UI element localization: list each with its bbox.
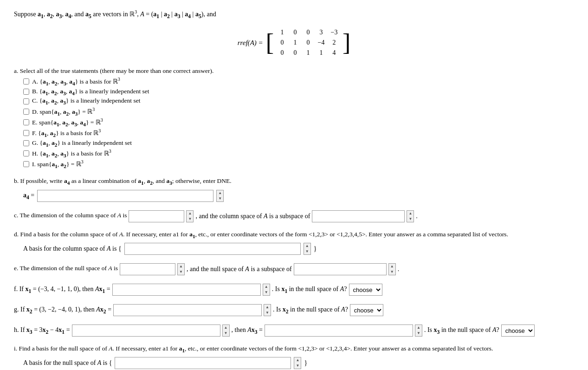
part-h-spinner1[interactable]: ▲ ▼: [222, 325, 230, 337]
part-e-dim-input[interactable]: [120, 263, 175, 275]
part-c-dim-input[interactable]: [129, 210, 184, 222]
part-c-spinner[interactable]: ▲ ▼: [186, 210, 194, 222]
intro-section: Suppose a1, a2, a3, a4, and a5 are vecto…: [14, 9, 574, 19]
spin-up[interactable]: ▲: [263, 284, 270, 290]
part-h-input2[interactable]: [265, 325, 413, 337]
checkbox-b[interactable]: [23, 89, 29, 95]
part-b-spinner[interactable]: ▲ ▼: [216, 190, 224, 202]
part-f-input[interactable]: [112, 284, 261, 296]
option-c: C. {a1, a2, a3} is a linearly independen…: [23, 97, 574, 105]
spin-down[interactable]: ▼: [187, 216, 193, 222]
checkbox-g[interactable]: [23, 140, 29, 146]
option-i-text: I. span{a1, a2} = ℝ3: [32, 159, 84, 169]
part-h-label2: , then Ax3 =: [232, 326, 263, 335]
part-f-mid: . Is x1 in the null space of A?: [272, 286, 347, 294]
part-e-mid: , and the null space of A is a subspace …: [187, 266, 292, 273]
checkbox-e[interactable]: [23, 119, 29, 125]
spin-down[interactable]: ▼: [223, 331, 229, 336]
option-b-text: B. {a1, a2, a3, a4} is a linearly indepe…: [32, 88, 149, 96]
part-h-label1: h. If x3 = 3x2 − 4x1 =: [14, 326, 70, 335]
checkbox-h[interactable]: [23, 150, 29, 156]
part-h-spinner2[interactable]: ▲ ▼: [415, 325, 422, 337]
part-c-subspace-spinner[interactable]: ▲ ▼: [407, 210, 414, 222]
part-h-mid: . Is x3 in the null space of A?: [424, 326, 499, 335]
option-e: E. span{a1, a2, a3, a4} = ℝ3: [23, 117, 574, 127]
spin-up[interactable]: ▲: [264, 305, 271, 310]
option-b: B. {a1, a2, a3, a4} is a linearly indepe…: [23, 88, 574, 96]
option-d-text: D. span{a1, a2, a3} = ℝ3: [32, 107, 95, 116]
right-bracket: ]: [342, 31, 350, 55]
part-f-row: f. If x1 = (−3, 4, −1, 1, 0), then Ax1 =…: [14, 284, 574, 296]
option-i: I. span{a1, a2} = ℝ3: [23, 159, 574, 169]
part-f-dropdown[interactable]: choose yes no: [349, 284, 382, 296]
part-i-spinner[interactable]: ▲ ▼: [294, 357, 301, 369]
part-a-checkboxes: A. {a1, a2, a3, a4} is a basis for ℝ3 B.…: [23, 77, 574, 169]
part-c-label: c. The dimension of the column space of …: [14, 212, 127, 219]
option-c-text: C. {a1, a2, a3} is a linearly independen…: [32, 97, 140, 105]
spin-up[interactable]: ▲: [304, 243, 310, 249]
part-g-spinner[interactable]: ▲ ▼: [264, 304, 271, 316]
spin-down[interactable]: ▼: [263, 290, 270, 295]
part-f-label: f. If x1 = (−3, 4, −1, 1, 0), then Ax1 =: [14, 286, 110, 294]
part-i-input[interactable]: [115, 357, 291, 369]
checkbox-d[interactable]: [23, 109, 29, 115]
part-g-dropdown[interactable]: choose yes no: [350, 304, 383, 316]
part-f-spinner[interactable]: ▲ ▼: [263, 284, 270, 296]
part-g-section: g. If x2 = (3, −2, −4, 0, 1), then Ax2 =…: [14, 304, 574, 316]
part-e-spinner[interactable]: ▲ ▼: [177, 263, 185, 275]
part-c-subspace-input[interactable]: [312, 210, 405, 222]
option-h-text: H. {a1, a2, a3} is a basis for ℝ3: [32, 149, 111, 158]
part-e-subspace-input[interactable]: [294, 263, 387, 275]
spin-down[interactable]: ▼: [407, 216, 414, 222]
option-h: H. {a1, a2, a3} is a basis for ℝ3: [23, 149, 574, 158]
option-f-text: F. {a1, a2} is a basis for ℝ3: [32, 128, 101, 137]
spin-down[interactable]: ▼: [415, 331, 422, 336]
matrix-label: rref(A) =: [238, 39, 263, 47]
part-a-label: a. Select all of the true statements (th…: [14, 67, 574, 75]
spin-up[interactable]: ▲: [407, 211, 414, 216]
spin-up[interactable]: ▲: [217, 190, 223, 196]
part-b-input-line: a4 = ▲ ▼: [23, 190, 574, 202]
spin-down[interactable]: ▼: [264, 310, 271, 316]
spin-up[interactable]: ▲: [415, 325, 422, 331]
option-e-text: E. span{a1, a2, a3, a4} = ℝ3: [32, 117, 103, 127]
spin-up[interactable]: ▲: [223, 325, 229, 331]
option-g: G. {a1, a2} is a linearly independent se…: [23, 139, 574, 148]
part-e-label: e. The dimension of the null space of A …: [14, 265, 118, 272]
part-h-dropdown[interactable]: choose yes no: [501, 325, 535, 337]
part-g-mid: . Is x2 in the null space of A?: [273, 306, 348, 315]
option-g-text: G. {a1, a2} is a linearly independent se…: [32, 139, 132, 148]
spin-down[interactable]: ▼: [217, 196, 223, 201]
part-e-section: e. The dimension of the null space of A …: [14, 263, 574, 275]
part-g-input[interactable]: [113, 304, 262, 316]
part-i-suffix: }: [304, 359, 307, 367]
checkbox-f[interactable]: [23, 130, 29, 136]
checkbox-a[interactable]: [23, 78, 29, 84]
spin-up[interactable]: ▲: [187, 211, 193, 216]
part-c-period: .: [416, 213, 418, 220]
part-d-input[interactable]: [124, 243, 301, 255]
part-h-input1[interactable]: [72, 325, 220, 337]
option-d: D. span{a1, a2, a3} = ℝ3: [23, 107, 574, 116]
spin-up[interactable]: ▲: [294, 357, 301, 363]
part-i-input-line: A basis for the null space of A is { ▲ ▼…: [23, 357, 574, 369]
checkbox-i[interactable]: [23, 161, 29, 167]
spin-up[interactable]: ▲: [389, 264, 395, 269]
part-c-mid: , and the column space of A is a subspac…: [195, 213, 310, 220]
part-d-section: d. Find a basis for the column space of …: [14, 231, 574, 255]
part-h-section: h. If x3 = 3x2 − 4x1 = ▲ ▼ , then Ax3 = …: [14, 325, 574, 337]
part-h-row: h. If x3 = 3x2 − 4x1 = ▲ ▼ , then Ax3 = …: [14, 325, 574, 337]
part-b-input[interactable]: [37, 190, 213, 202]
spin-up[interactable]: ▲: [178, 264, 184, 269]
part-d-spinner[interactable]: ▲ ▼: [304, 243, 311, 255]
spin-down[interactable]: ▼: [294, 363, 301, 369]
spin-down[interactable]: ▼: [178, 269, 184, 275]
checkbox-c[interactable]: [23, 98, 29, 104]
part-d-suffix: }: [314, 245, 317, 253]
part-i-label: i. Find a basis for the null space of of…: [14, 345, 574, 353]
part-i-prefix: A basis for the null space of A is {: [23, 359, 112, 367]
part-e-subspace-spinner[interactable]: ▲ ▼: [388, 263, 396, 275]
spin-down[interactable]: ▼: [389, 269, 395, 275]
spin-down[interactable]: ▼: [304, 249, 310, 254]
part-g-row: g. If x2 = (3, −2, −4, 0, 1), then Ax2 =…: [14, 304, 574, 316]
